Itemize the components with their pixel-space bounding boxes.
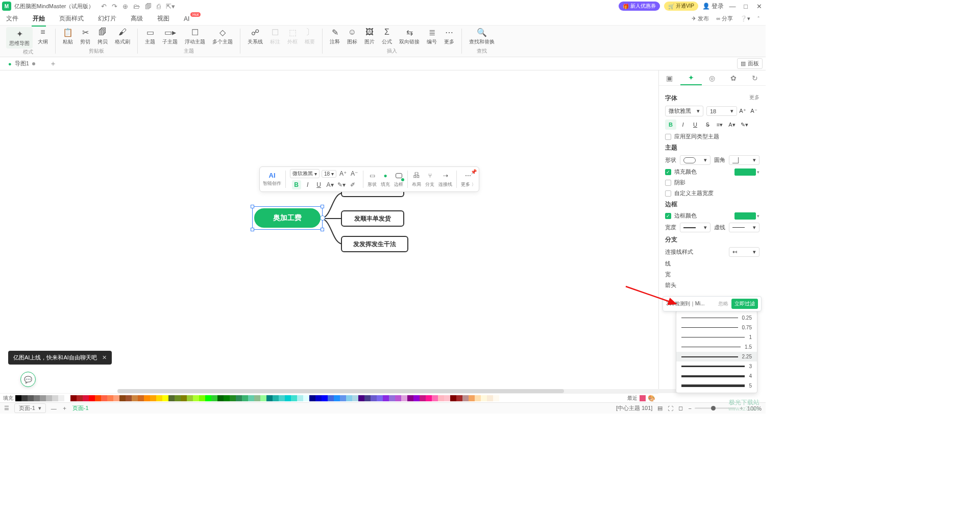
new-icon[interactable]: ⊕ (122, 3, 128, 10)
rp-tab-history[interactable]: ↻ (744, 70, 766, 85)
color-swatch[interactable] (83, 395, 89, 401)
color-swatch[interactable] (309, 395, 315, 401)
color-swatch[interactable] (46, 395, 52, 401)
ft-connector[interactable]: ⇢连接线 (438, 171, 452, 188)
number-button[interactable]: ≣编号 (425, 27, 439, 45)
color-swatch[interactable] (279, 395, 285, 401)
color-swatch[interactable] (113, 395, 119, 401)
zoom-out-icon[interactable]: − (688, 405, 691, 412)
color-swatch[interactable] (254, 395, 260, 401)
login-button[interactable]: 👤登录 (702, 2, 724, 11)
fit-icon[interactable]: ▤ (657, 405, 663, 412)
underline-icon[interactable]: U (314, 180, 324, 189)
maximize-icon[interactable]: □ (741, 3, 750, 10)
color-swatch[interactable] (469, 395, 475, 401)
font-family-select[interactable]: 微软雅黑▾ (665, 106, 703, 116)
color-swatch[interactable] (432, 395, 438, 401)
border-color-picker[interactable]: ▾ (734, 212, 760, 220)
image-button[interactable]: 🖼图片 (362, 27, 377, 45)
color-swatch[interactable] (395, 395, 401, 401)
color-swatch[interactable] (371, 395, 377, 401)
width-option-4[interactable]: 4 (676, 371, 757, 381)
rp-font-color-icon[interactable]: A▾ (726, 119, 738, 130)
color-swatch[interactable] (138, 395, 144, 401)
width-option-3[interactable]: 3 (676, 361, 757, 371)
color-swatch[interactable] (132, 395, 138, 401)
subtopic-button[interactable]: ▭▸子主题 (160, 27, 180, 45)
ft-fill[interactable]: ●填充 (381, 171, 390, 188)
color-swatch[interactable] (273, 395, 279, 401)
border-color-checkbox[interactable]: ✓边框颜色 (665, 212, 697, 220)
width-option-0.75[interactable]: 0.75 (676, 323, 757, 332)
color-swatch[interactable] (34, 395, 40, 401)
color-swatch[interactable] (475, 395, 481, 401)
color-swatch[interactable] (162, 395, 168, 401)
help-icon[interactable]: ❔▾ (740, 15, 750, 22)
recent-color-1[interactable] (640, 395, 646, 401)
redo-icon[interactable]: ↷ (112, 3, 117, 10)
rp-italic-icon[interactable]: I (677, 119, 689, 130)
topic-button[interactable]: ▭主题 (143, 27, 157, 45)
focus-icon[interactable]: ◻ (678, 405, 683, 412)
newuser-badge[interactable]: 🎁新人优惠券 (619, 2, 660, 11)
color-wheel-icon[interactable]: 🎨 (648, 395, 655, 402)
color-swatch[interactable] (438, 395, 444, 401)
connector-style-select[interactable]: ↤▾ (729, 247, 760, 257)
multi-topic-button[interactable]: ◇多个主题 (210, 27, 235, 45)
menu-view[interactable]: 视图 (157, 14, 169, 23)
rp-underline-icon[interactable]: U (690, 119, 701, 130)
color-swatch[interactable] (303, 395, 309, 401)
summary-button[interactable]: 〕概要 (303, 27, 317, 45)
color-swatch[interactable] (101, 395, 107, 401)
color-swatch[interactable] (285, 395, 291, 401)
color-swatch[interactable] (444, 395, 450, 401)
italic-icon[interactable]: I (303, 180, 312, 189)
color-swatch[interactable] (334, 395, 340, 401)
width-option-1[interactable]: 1 (676, 332, 757, 342)
color-swatch[interactable] (340, 395, 346, 401)
shape-select[interactable]: ▾ (680, 155, 710, 165)
color-swatch[interactable] (328, 395, 334, 401)
close-icon[interactable]: ✕ (754, 3, 764, 10)
page-select[interactable]: 页面-1▾ (14, 403, 46, 413)
color-swatch[interactable] (383, 395, 389, 401)
pin-icon[interactable]: 📌 (471, 169, 477, 175)
color-swatch[interactable] (181, 395, 187, 401)
bold-icon[interactable]: B (292, 180, 301, 189)
add-page-icon[interactable]: ＋ (62, 404, 67, 412)
vip-badge[interactable]: 🛒开通VIP (664, 2, 698, 11)
color-swatch[interactable] (52, 395, 58, 401)
sub-node-1[interactable]: 发顺丰单发货 (341, 210, 404, 227)
color-swatch[interactable] (144, 395, 150, 401)
outline-button[interactable]: ≡大纲 (36, 27, 50, 49)
color-swatch[interactable] (77, 395, 83, 401)
toast-close-icon[interactable]: ✕ (102, 354, 107, 361)
menu-file[interactable]: 文件 (6, 14, 18, 23)
color-swatch[interactable] (107, 395, 113, 401)
color-swatch[interactable] (407, 395, 413, 401)
add-tab-button[interactable]: ＋ (44, 58, 62, 70)
corner-select[interactable]: ▾ (729, 155, 760, 165)
insert-icon-button[interactable]: ☺图标 (345, 27, 359, 45)
color-swatch[interactable] (28, 395, 34, 401)
ft-size-select[interactable]: 18▾ (322, 170, 336, 178)
color-swatch[interactable] (217, 395, 224, 401)
color-swatch[interactable] (456, 395, 462, 401)
ft-branch[interactable]: ⑂分支 (425, 171, 434, 188)
save-icon[interactable]: 🗐 (145, 3, 152, 10)
color-swatch[interactable] (248, 395, 254, 401)
color-swatch[interactable] (199, 395, 205, 401)
color-swatch[interactable] (236, 395, 242, 401)
canvas-area[interactable]: 奥加工费 发顺丰单发货 发发挥发生干法 📌 AI 智能创作 微软雅黑▾ 18▾ … (0, 70, 658, 391)
color-swatch[interactable] (315, 395, 322, 401)
callout-button[interactable]: ☐标注 (268, 27, 282, 45)
fullscreen-icon[interactable]: ⛶ (668, 405, 673, 412)
panel-toggle[interactable]: ▥面板 (737, 58, 763, 69)
color-swatch[interactable] (168, 395, 175, 401)
increase-font-icon[interactable]: A⁺ (338, 169, 348, 178)
color-swatch[interactable] (322, 395, 328, 401)
width-option-0.25[interactable]: 0.25 (676, 313, 757, 323)
color-swatch[interactable] (260, 395, 266, 401)
color-swatch[interactable] (230, 395, 236, 401)
rp-tab-theme[interactable]: ✿ (723, 70, 744, 85)
